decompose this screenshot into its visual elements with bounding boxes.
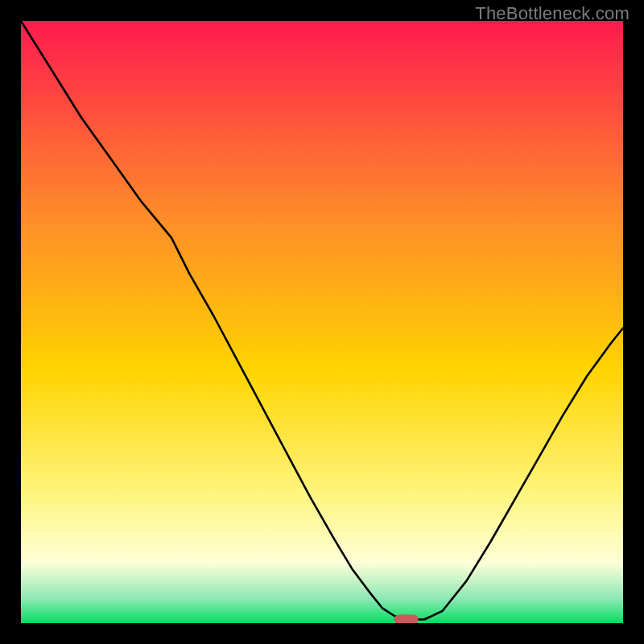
chart-frame: TheBottleneck.com: [0, 0, 644, 644]
plot-area: [21, 21, 623, 623]
watermark-credit: TheBottleneck.com: [475, 3, 630, 24]
optimal-marker: [394, 615, 419, 624]
chart-svg: [21, 21, 623, 623]
gradient-background: [21, 21, 623, 623]
